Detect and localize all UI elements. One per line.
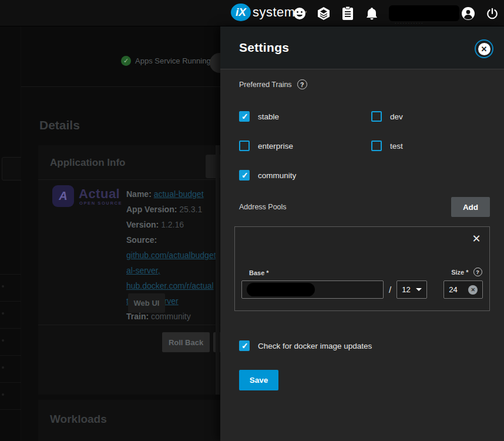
apps-service-status: ✓ Apps Service Running [121,56,211,66]
save-button[interactable]: Save [239,370,278,390]
jobs-clipboard-icon[interactable] [341,6,355,21]
size-field-group: Size * ? 24 ✕ [443,268,483,299]
clear-size-icon[interactable]: ✕ [468,285,478,295]
actual-logo-glyph: A [59,189,67,203]
trains-checkbox-grid: stable dev enterprise test community [239,102,490,190]
base-field-group: Base * [241,269,384,299]
size-help-icon[interactable]: ? [473,268,482,276]
chevron-down-icon [416,288,422,291]
checkbox-icon[interactable] [371,141,382,151]
size-value: 24 [449,285,457,294]
prefix-value: 12 [402,285,410,294]
settings-panel-header: Settings ✕ [220,26,504,69]
docker-updates-checkbox[interactable]: Check for docker image updates [239,340,490,351]
checkbox-stable[interactable]: stable [239,102,371,131]
address-pools-label: Address Pools [239,203,287,211]
close-panel-button[interactable]: ✕ [475,39,493,58]
size-input[interactable]: 24 ✕ [443,280,483,299]
screen: iX systems ™ [0,0,504,441]
cidr-slash-separator: / [389,285,391,295]
actual-logo-subtitle: OPEN SOURCE [79,201,122,206]
remove-pool-icon[interactable]: ✕ [470,232,483,245]
address-pools-row: Address Pools Add [239,197,490,217]
ix-logo-badge: iX [231,4,251,21]
page-scrollbar[interactable] [216,145,220,395]
close-icon: ✕ [478,43,490,55]
power-icon[interactable] [485,6,499,21]
workloads-card: Workloads [38,400,220,441]
roll-back-button[interactable]: Roll Back [162,332,210,352]
checkbox-enterprise[interactable]: enterprise [239,131,371,161]
workloads-title: Workloads [50,413,107,426]
source-link-github-wrap[interactable]: al-server, [126,266,160,275]
web-ui-button[interactable]: Web UI [128,293,165,313]
base-input[interactable] [241,280,384,299]
address-pool-card: ✕ Base * / 12 [234,226,490,311]
application-info-card: Application Info A Actual OPEN SOURCE Na… [38,145,220,395]
size-field-label: Size * ? [451,268,483,276]
left-rail [0,26,21,441]
source-link-dockerhub[interactable]: hub.docker.com/r/actual [126,281,214,290]
source-link-github[interactable]: github.com/actualbudget [126,250,216,260]
settings-panel: Settings ✕ Preferred Trains ? stable dev [220,26,504,441]
settings-title: Settings [239,41,289,55]
actual-app-logo: A [52,185,74,207]
alerts-bell-icon[interactable] [365,6,379,21]
base-value-redaction [247,283,315,296]
header-icon-group [293,0,499,26]
top-header: iX systems ™ [0,0,504,26]
checkbox-icon[interactable] [371,111,382,122]
preferred-trains-help-icon[interactable]: ? [297,79,307,89]
settings-panel-body: Preferred Trains ? stable dev enterprise [220,69,504,390]
checkbox-icon[interactable] [239,141,250,151]
app-name-link[interactable]: actual-budget [154,189,204,199]
service-status-text: Apps Service Running [135,56,211,65]
user-avatar-icon[interactable] [461,6,475,21]
service-running-check-icon: ✓ [121,56,131,66]
card-footer-divider [38,325,220,325]
actual-logo-word: Actual [79,186,120,202]
preferred-trains-label: Preferred Trains [239,81,292,89]
card-divider [38,179,220,180]
checkbox-icon[interactable] [239,170,250,181]
base-field-label: Base * [249,269,384,276]
prefix-select[interactable]: 12 [397,280,427,299]
checkbox-icon[interactable] [239,111,250,122]
checkbox-dev[interactable]: dev [371,102,489,131]
checkbox-icon[interactable] [239,340,250,351]
truecommand-stack-icon[interactable] [317,6,331,21]
details-page-title: Details [39,118,80,132]
pool-form: Base * / 12 Size * [235,268,489,299]
feedback-smiley-icon[interactable] [293,6,307,21]
username-redaction [389,5,459,21]
application-info-title: Application Info [50,157,125,169]
checkbox-community[interactable]: community [239,161,371,190]
checkbox-test[interactable]: test [371,131,489,161]
add-pool-button[interactable]: Add [451,197,490,217]
preferred-trains-row: Preferred Trains ? [239,79,490,89]
